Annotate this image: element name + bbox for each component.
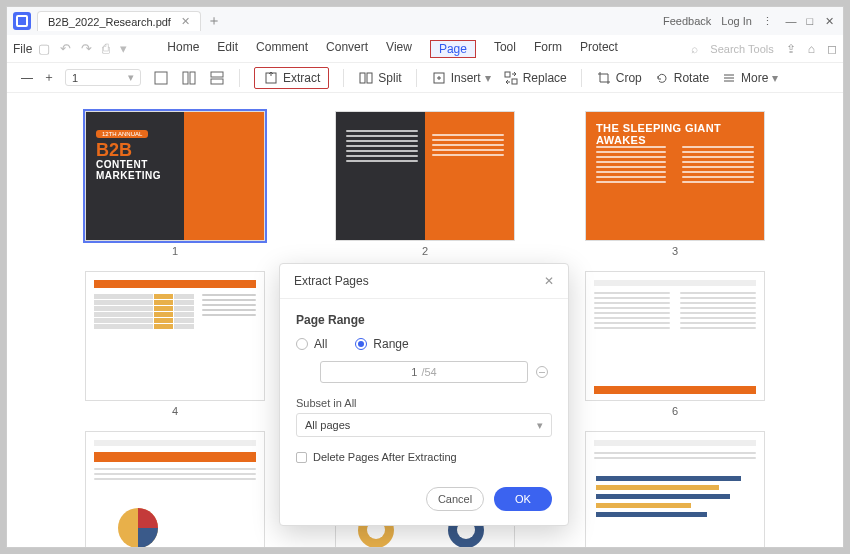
cloud-icon[interactable]: ⌂ — [808, 42, 815, 56]
replace-button[interactable]: Replace — [503, 70, 567, 86]
qa-more-icon[interactable]: ▾ — [120, 41, 127, 56]
range-input[interactable]: 1 /54 — [320, 361, 528, 383]
page-number-value: 1 — [72, 72, 78, 84]
more-label: More — [741, 71, 768, 85]
radio-range-label: Range — [373, 337, 408, 351]
boxes-3-icon[interactable] — [209, 70, 225, 86]
subset-select[interactable]: All pages ▾ — [296, 413, 552, 437]
delete-after-checkbox[interactable]: Delete Pages After Extracting — [296, 451, 552, 463]
replace-label: Replace — [523, 71, 567, 85]
document-tab[interactable]: B2B_2022_Research.pdf ✕ — [37, 11, 201, 31]
qa-undo-icon[interactable]: ↶ — [60, 41, 71, 56]
feedback-link[interactable]: Feedback — [663, 15, 711, 27]
dialog-overlay: Extract Pages ✕ Page Range All Range — [7, 93, 843, 547]
main-menu: Home Edit Comment Convert View Page Tool… — [167, 40, 618, 58]
search-tools-input[interactable]: Search Tools — [710, 43, 773, 55]
range-remove-icon[interactable] — [536, 366, 548, 378]
svg-rect-10 — [512, 79, 517, 84]
menu-home[interactable]: Home — [167, 40, 199, 58]
extract-button[interactable]: Extract — [254, 67, 329, 89]
page-number-caret-icon: ▾ — [128, 71, 134, 84]
radio-all[interactable]: All — [296, 337, 327, 351]
boxes-2-icon[interactable] — [181, 70, 197, 86]
radio-all-dot — [296, 338, 308, 350]
menu-page[interactable]: Page — [430, 40, 476, 58]
radio-range-dot — [355, 338, 367, 350]
dialog-title: Extract Pages — [294, 274, 369, 288]
rotate-button[interactable]: Rotate — [654, 70, 709, 86]
close-tab-icon[interactable]: ✕ — [181, 15, 190, 28]
more-caret-icon: ▾ — [772, 71, 778, 85]
svg-rect-4 — [211, 79, 223, 84]
titlebar: B2B_2022_Research.pdf ✕ ＋ Feedback Log I… — [7, 7, 843, 35]
new-tab-button[interactable]: ＋ — [207, 12, 221, 30]
app-logo-icon — [13, 12, 31, 30]
login-link[interactable]: Log In — [721, 15, 752, 27]
insert-label: Insert — [451, 71, 481, 85]
rotate-label: Rotate — [674, 71, 709, 85]
more-button[interactable]: More ▾ — [721, 70, 778, 86]
page-toolbar: — ＋ 1 ▾ Extract Split Insert ▾ — [7, 63, 843, 93]
subset-label: Subset in All — [296, 397, 552, 409]
zoom-out-icon[interactable]: — — [21, 71, 33, 85]
replace-icon — [503, 70, 519, 86]
range-total: /54 — [421, 366, 436, 378]
menu-comment[interactable]: Comment — [256, 40, 308, 58]
menu-convert[interactable]: Convert — [326, 40, 368, 58]
share-icon[interactable]: ⇪ — [786, 42, 796, 56]
ok-label: OK — [515, 493, 531, 505]
svg-rect-6 — [360, 73, 365, 83]
svg-rect-9 — [505, 72, 510, 77]
zoom-in-icon[interactable]: ＋ — [43, 69, 55, 86]
qa-print-icon[interactable]: ⎙ — [102, 41, 110, 56]
svg-rect-7 — [367, 73, 372, 83]
boxes-1-icon[interactable] — [153, 70, 169, 86]
qa-save-icon[interactable]: ▢ — [38, 41, 50, 56]
radio-all-label: All — [314, 337, 327, 351]
checkbox-box — [296, 452, 307, 463]
crop-button[interactable]: Crop — [596, 70, 642, 86]
app-window: B2B_2022_Research.pdf ✕ ＋ Feedback Log I… — [6, 6, 844, 548]
thumbnail-grid: 12TH ANNUAL B2B CONTENT MARKETING 1 2 — [7, 93, 843, 547]
window-minimize-icon[interactable]: — — [783, 15, 799, 27]
svg-rect-1 — [183, 72, 188, 84]
insert-icon — [431, 70, 447, 86]
split-button[interactable]: Split — [358, 70, 401, 86]
more-icon — [721, 70, 737, 86]
radio-range[interactable]: Range — [355, 337, 408, 351]
cancel-button[interactable]: Cancel — [426, 487, 484, 511]
menu-protect[interactable]: Protect — [580, 40, 618, 58]
qa-redo-icon[interactable]: ↷ — [81, 41, 92, 56]
search-icon[interactable]: ⌕ — [691, 42, 698, 56]
crop-label: Crop — [616, 71, 642, 85]
insert-button[interactable]: Insert ▾ — [431, 70, 491, 86]
menu-edit[interactable]: Edit — [217, 40, 238, 58]
insert-caret-icon: ▾ — [485, 71, 491, 85]
crop-icon — [596, 70, 612, 86]
expand-icon[interactable]: ◻ — [827, 42, 837, 56]
file-menu[interactable]: File — [13, 42, 32, 56]
window-close-icon[interactable]: ✕ — [821, 15, 837, 28]
dialog-close-icon[interactable]: ✕ — [544, 274, 554, 288]
delete-after-label: Delete Pages After Extracting — [313, 451, 457, 463]
menu-tool[interactable]: Tool — [494, 40, 516, 58]
extract-label: Extract — [283, 71, 320, 85]
menu-form[interactable]: Form — [534, 40, 562, 58]
range-value: 1 — [411, 366, 417, 378]
menu-view[interactable]: View — [386, 40, 412, 58]
page-number-input[interactable]: 1 ▾ — [65, 69, 141, 86]
kebab-menu-icon[interactable]: ⋮ — [762, 15, 773, 28]
tab-title: B2B_2022_Research.pdf — [48, 16, 171, 28]
extract-icon — [263, 70, 279, 86]
rotate-icon — [654, 70, 670, 86]
svg-rect-3 — [211, 72, 223, 77]
svg-rect-0 — [155, 72, 167, 84]
page-range-heading: Page Range — [296, 313, 552, 327]
subset-value: All pages — [305, 419, 350, 431]
menubar: File ▢ ↶ ↷ ⎙ ▾ Home Edit Comment Convert… — [7, 35, 843, 63]
ok-button[interactable]: OK — [494, 487, 552, 511]
subset-caret-icon: ▾ — [537, 419, 543, 432]
window-maximize-icon[interactable]: □ — [802, 15, 818, 27]
split-icon — [358, 70, 374, 86]
split-label: Split — [378, 71, 401, 85]
